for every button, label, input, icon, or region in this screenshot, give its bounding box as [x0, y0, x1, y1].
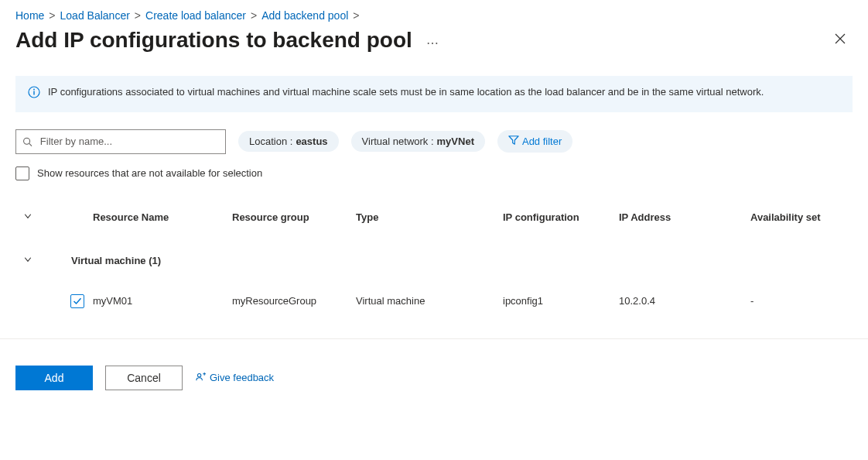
give-feedback-label: Give feedback [210, 372, 274, 383]
info-banner: IP configurations associated to virtual … [15, 76, 853, 112]
col-header-name[interactable]: Resource Name [93, 211, 232, 223]
svg-point-1 [33, 89, 35, 91]
svg-point-3 [24, 138, 30, 144]
breadcrumb-sep: > [135, 9, 141, 22]
show-unavailable-checkbox[interactable] [15, 166, 29, 180]
search-icon [22, 136, 32, 147]
cell-ipconfig: ipconfig1 [503, 295, 619, 307]
filter-location-pill[interactable]: Location : eastus [238, 131, 339, 152]
breadcrumb-home[interactable]: Home [15, 9, 44, 22]
collapse-all-toggle[interactable] [23, 211, 32, 223]
cell-type: Virtual machine [356, 295, 503, 307]
filter-name-input[interactable] [39, 135, 219, 148]
col-header-ipaddr[interactable]: IP Address [619, 211, 750, 223]
show-unavailable-label: Show resources that are not available fo… [37, 167, 262, 179]
chevron-down-icon [23, 255, 32, 264]
group-row-vm[interactable]: Virtual machine (1) [15, 245, 853, 276]
svg-point-5 [197, 374, 200, 377]
close-button[interactable] [828, 29, 853, 52]
resource-table: Resource Name Resource group Type IP con… [15, 202, 853, 317]
breadcrumb-add-backend-pool[interactable]: Add backend pool [261, 9, 348, 22]
filter-vnet-label: Virtual network : [362, 136, 434, 147]
group-toggle[interactable] [23, 255, 32, 266]
cell-rg: myResourceGroup [232, 295, 356, 307]
more-actions-button[interactable]: ⋯ [426, 36, 439, 50]
breadcrumb-sep: > [251, 9, 257, 22]
info-banner-text: IP configurations associated to virtual … [48, 85, 764, 103]
page-title: Add IP configurations to backend pool [15, 28, 412, 53]
filter-name-search[interactable] [15, 129, 226, 154]
breadcrumb-sep: > [49, 9, 55, 22]
col-header-rg[interactable]: Resource group [232, 211, 356, 223]
breadcrumb-sep: > [353, 9, 359, 22]
funnel-icon [508, 135, 519, 148]
group-label: Virtual machine (1) [62, 255, 853, 266]
cancel-button[interactable]: Cancel [105, 366, 183, 390]
table-row[interactable]: myVM01 myResourceGroup Virtual machine i… [15, 286, 853, 317]
feedback-icon [195, 372, 207, 383]
filter-vnet-value: myVNet [437, 136, 474, 147]
col-header-type[interactable]: Type [356, 211, 503, 223]
col-header-ipconfig[interactable]: IP configuration [503, 211, 619, 223]
breadcrumb-load-balancer[interactable]: Load Balancer [60, 9, 130, 22]
breadcrumb-create-lb[interactable]: Create load balancer [145, 9, 246, 22]
row-select-checkbox[interactable] [70, 294, 84, 308]
close-icon [834, 33, 846, 45]
svg-line-4 [29, 143, 32, 146]
cell-avset: - [750, 295, 853, 307]
cell-ipaddr: 10.2.0.4 [619, 295, 750, 307]
give-feedback-link[interactable]: Give feedback [195, 372, 274, 383]
checkmark-icon [73, 297, 82, 306]
chevron-down-icon [23, 211, 32, 221]
cell-name: myVM01 [93, 295, 232, 307]
add-filter-button[interactable]: Add filter [497, 130, 572, 153]
svg-rect-2 [33, 91, 34, 95]
add-button[interactable]: Add [15, 366, 93, 390]
add-filter-label: Add filter [522, 136, 562, 147]
filter-vnet-pill[interactable]: Virtual network : myVNet [351, 131, 485, 152]
filter-location-label: Location : [249, 136, 292, 147]
filter-location-value: eastus [296, 136, 327, 147]
info-icon [28, 86, 40, 103]
breadcrumb: Home > Load Balancer > Create load balan… [15, 6, 853, 28]
col-header-avset[interactable]: Availability set [750, 211, 853, 223]
